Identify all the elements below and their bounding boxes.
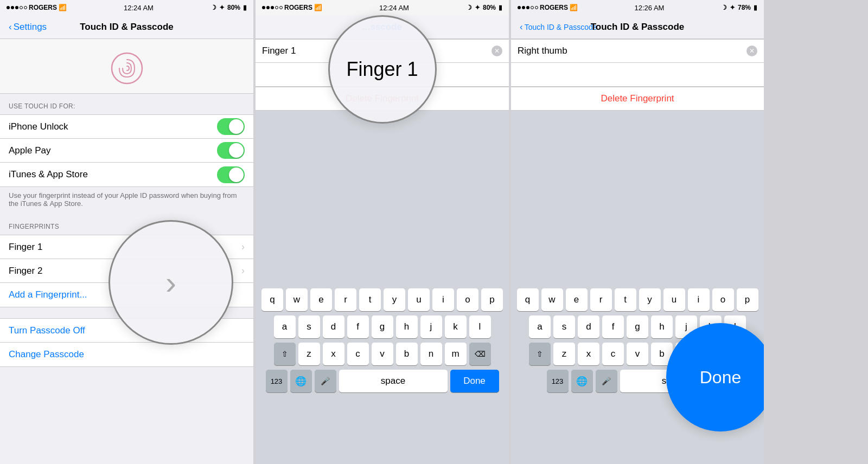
phone-screen-3: ROGERS 📶 12:26 AM ☽ ✦ 78% ▮ ‹ Touch ID &… <box>511 0 764 464</box>
toggle-switch-1[interactable] <box>217 142 245 159</box>
key-y-2[interactable]: y <box>384 288 405 311</box>
key-g-2[interactable]: g <box>372 315 393 338</box>
svg-point-0 <box>112 53 142 83</box>
key-t-2[interactable]: t <box>359 288 381 311</box>
battery-area-3: ☽ ✦ 78% ▮ <box>721 4 757 11</box>
toggle-switch-2[interactable] <box>217 166 245 183</box>
key-z-3[interactable]: z <box>553 343 575 365</box>
signal-dots-1 <box>7 6 27 9</box>
key-d-3[interactable]: d <box>578 315 599 338</box>
back-label-1[interactable]: Settings <box>14 22 47 33</box>
key-j-2[interactable]: j <box>420 315 442 338</box>
signal-dots-2 <box>262 6 283 9</box>
back-button-3[interactable]: ‹ Touch ID & Passcode <box>520 22 597 33</box>
key-e-2[interactable]: e <box>310 288 332 311</box>
battery-icon-2: ▮ <box>499 4 502 11</box>
add-fingerprint-label: Add a Fingerprint... <box>9 289 87 300</box>
key-l-2[interactable]: l <box>469 315 491 338</box>
key-p-2[interactable]: p <box>481 288 503 311</box>
key-f-2[interactable]: f <box>347 315 369 338</box>
key-a-3[interactable]: a <box>529 315 551 338</box>
clear-button-3[interactable]: ✕ <box>746 46 757 56</box>
key-q-3[interactable]: q <box>517 288 539 311</box>
key-r-2[interactable]: r <box>335 288 356 311</box>
chevron-left-icon-1: ‹ <box>9 22 12 33</box>
key-123-2[interactable]: 123 <box>266 370 288 392</box>
key-n-2[interactable]: n <box>420 343 442 365</box>
key-w-3[interactable]: w <box>541 288 563 311</box>
back-button-1[interactable]: ‹ Settings <box>9 22 47 33</box>
key-space-2[interactable]: space <box>339 370 448 392</box>
blank-row-3 <box>511 63 764 87</box>
key-globe-2[interactable]: 🌐 <box>290 370 312 392</box>
toggle-iphone-unlock[interactable]: iPhone Unlock <box>0 115 253 139</box>
battery-area-1: ☽ ✦ 80% ▮ <box>210 4 247 11</box>
key-k-2[interactable]: k <box>445 315 467 338</box>
key-x-2[interactable]: x <box>323 343 344 365</box>
signal-dots-3 <box>518 6 538 9</box>
phone-screen-1: ROGERS 📶 12:24 AM ☽ ✦ 80% ▮ ‹ Settings T… <box>0 0 253 464</box>
key-f-3[interactable]: f <box>602 315 624 338</box>
toggle-switch-0[interactable] <box>217 118 245 135</box>
moon-icon-2: ☽ <box>466 4 472 11</box>
bluetooth-icon-3: ✦ <box>730 4 735 11</box>
key-c-3[interactable]: c <box>602 343 624 365</box>
delete-fingerprint-3[interactable]: Delete Fingerprint <box>511 87 764 111</box>
key-v-3[interactable]: v <box>627 343 648 365</box>
key-v-2[interactable]: v <box>372 343 393 365</box>
finger-name-row-3: ✕ <box>511 39 764 63</box>
key-globe-3[interactable]: 🌐 <box>571 370 593 392</box>
key-q-2[interactable]: q <box>261 288 283 311</box>
key-b-2[interactable]: b <box>396 343 418 365</box>
key-s-2[interactable]: s <box>298 315 320 338</box>
key-a-2[interactable]: a <box>274 315 296 338</box>
key-u-2[interactable]: u <box>408 288 430 311</box>
nav-title-3: Touch ID & Passcode <box>591 22 685 33</box>
keyboard-2[interactable]: q w e r t y u i o p a s d f g h j k l ⇧ … <box>256 284 509 464</box>
bluetooth-icon-1: ✦ <box>219 4 225 11</box>
key-d-2[interactable]: d <box>323 315 344 338</box>
key-g-3[interactable]: g <box>627 315 648 338</box>
key-shift-3[interactable]: ⇧ <box>529 343 551 365</box>
key-i-3[interactable]: i <box>688 288 710 311</box>
key-h-2[interactable]: h <box>396 315 418 338</box>
key-123-3[interactable]: 123 <box>547 370 569 392</box>
key-e-3[interactable]: e <box>566 288 588 311</box>
key-y-3[interactable]: y <box>639 288 661 311</box>
kb-row-3-2: ⇧ z x c v b n m ⌫ <box>258 343 507 365</box>
key-r-3[interactable]: r <box>590 288 612 311</box>
dot5 <box>24 6 27 9</box>
key-m-2[interactable]: m <box>445 343 467 365</box>
wifi-icon-3: 📶 <box>570 4 578 11</box>
wifi-icon-2: 📶 <box>314 4 322 11</box>
key-mic-2[interactable]: 🎤 <box>315 370 336 392</box>
key-p-3[interactable]: p <box>737 288 758 311</box>
done-label[interactable]: Done <box>700 368 742 388</box>
dot3-4 <box>531 6 534 9</box>
key-i-2[interactable]: i <box>432 288 454 311</box>
key-x-3[interactable]: x <box>578 343 599 365</box>
clear-button[interactable]: ✕ <box>492 46 502 56</box>
key-z-2[interactable]: z <box>298 343 320 365</box>
turn-passcode-label: Turn Passcode Off <box>9 325 85 336</box>
key-delete-2[interactable]: ⌫ <box>469 343 491 365</box>
key-s-3[interactable]: s <box>553 315 575 338</box>
key-done-2[interactable]: Done <box>450 370 499 392</box>
key-u-3[interactable]: u <box>663 288 685 311</box>
key-w-2[interactable]: w <box>286 288 308 311</box>
chevron-right-icon-1: › <box>241 265 245 276</box>
kb-row-2-2: a s d f g h j k l <box>258 315 507 338</box>
back-label-3[interactable]: Touch ID & Passcode <box>525 23 597 31</box>
key-mic-3[interactable]: 🎤 <box>596 370 617 392</box>
key-c-2[interactable]: c <box>347 343 369 365</box>
change-passcode[interactable]: Change Passcode <box>0 343 253 366</box>
key-shift-2[interactable]: ⇧ <box>274 343 296 365</box>
toggle-apple-pay[interactable]: Apple Pay <box>0 139 253 163</box>
status-bar-2: ROGERS 📶 12:24 AM ☽ ✦ 80% ▮ <box>256 0 509 15</box>
finger-name-input-3[interactable] <box>518 46 746 56</box>
key-o-3[interactable]: o <box>712 288 734 311</box>
key-t-3[interactable]: t <box>615 288 636 311</box>
toggle-itunes[interactable]: iTunes & App Store <box>0 163 253 186</box>
key-h-3[interactable]: h <box>651 315 673 338</box>
key-o-2[interactable]: o <box>457 288 478 311</box>
